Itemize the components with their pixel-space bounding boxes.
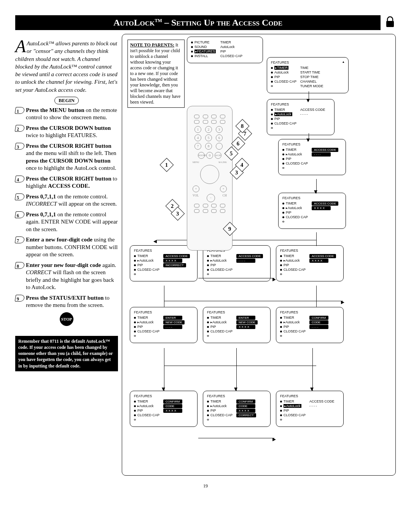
note-to-parents: NOTE TO PARENTS: It isn't possible for y… <box>127 40 185 108</box>
onscreen-menu: FEATURESTIMERENTER▸AutoLockNEW CODEPIP- … <box>130 307 198 343</box>
step-4: 4Press the CURSOR RIGHT button to highli… <box>15 175 118 190</box>
onscreen-menu: FEATURESTIMERCONFIRM▸AutoLockCODEPIP- - … <box>276 307 344 343</box>
onscreen-menu: FEATURESTIMERACCESS CODE▸AutoLockX X X X… <box>130 245 198 281</box>
step-3: 3Press the CURSOR RIGHT button and the m… <box>15 142 118 172</box>
step-6: 6Press 0,7,1,1 on the remote control aga… <box>15 211 118 233</box>
step-7: 7Enter a new four-digit code using the n… <box>15 236 118 259</box>
stop-badge: STOP <box>60 312 73 326</box>
step-number-icon: 7 <box>15 237 24 243</box>
svg-rect-0 <box>386 21 394 27</box>
diagram-frame: NOTE TO PARENTS: It isn't possible for y… <box>122 34 396 476</box>
step-number-icon: 1 <box>15 107 24 113</box>
step-number-icon: 8 <box>15 262 24 268</box>
onscreen-menu-features-autolock: FEATURESTIMERACCESS CODE▸AutoLock- - - -… <box>267 99 335 135</box>
onscreen-menu: FEATURESTIMERACCESS CODE▸AutoLock- - - -… <box>203 245 271 281</box>
onscreen-menu: FEATURESTIMERACCESS CODE▸AutoLock- - - -… <box>276 391 344 427</box>
onscreen-menu: FEATURESTIMERENTER▸AutoLockNEW CODEPIPX … <box>203 307 271 343</box>
step-number-icon: 3 <box>15 143 24 149</box>
page-number: 19 <box>15 483 396 489</box>
step-number-icon: 4 <box>15 176 24 182</box>
onscreen-menu-features-timer: FEATURES▴▸TIMERTIMEAutoLockSTART TIMEPIP… <box>267 57 349 93</box>
onscreen-menu-access-code-xxxx: FEATURESTIMERACCESS CODE▸AutoLockX X X X… <box>278 193 346 229</box>
step-number-icon: 2 <box>15 125 24 131</box>
step-number-icon: 5 <box>15 194 24 200</box>
onscreen-menu-main: PICTURETIMERSOUNDAutoLock▸FEATURESPIPINS… <box>187 37 263 63</box>
callout-1: 1 <box>160 158 174 172</box>
onscreen-menu: FEATURESTIMERCONFIRM▸AutoLockCODEPIPX X … <box>203 391 271 427</box>
step-number-icon: 9 <box>15 295 24 301</box>
step-1: 1Press the MENU button on the remote con… <box>15 107 118 121</box>
step-number-icon: 6 <box>15 212 24 218</box>
onscreen-menu-access-code-blank: FEATURESTIMERACCESS CODE▸AutoLock- - - -… <box>278 139 346 175</box>
reminder-box: Remember that 0711 is the default AutoLo… <box>15 336 118 371</box>
step-9: 9Press the STATUS/EXIT button to remove … <box>15 294 118 309</box>
begin-badge: BEGIN <box>54 97 79 104</box>
lock-icon <box>384 16 396 29</box>
onscreen-menu: FEATURESTIMERACCESS CODE▸AutoLockX X X X… <box>276 245 344 281</box>
step-5: 5Press 0,7,1,1 on the remote control. IN… <box>15 193 118 208</box>
page-title: AutoLockTM – Setting Up the Access Code <box>15 15 381 30</box>
instructions-column: AAutoLock™ allows parents to block out o… <box>15 34 118 476</box>
intro-text: AAutoLock™ allows parents to block out o… <box>15 40 118 94</box>
onscreen-menu: FEATURESTIMERCONFIRM▸AutoLockCODEPIPX X … <box>130 391 198 427</box>
step-8: 8Enter your new four-digit code again. C… <box>15 262 118 291</box>
step-2: 2Press the CURSOR DOWN button twice to h… <box>15 125 118 139</box>
